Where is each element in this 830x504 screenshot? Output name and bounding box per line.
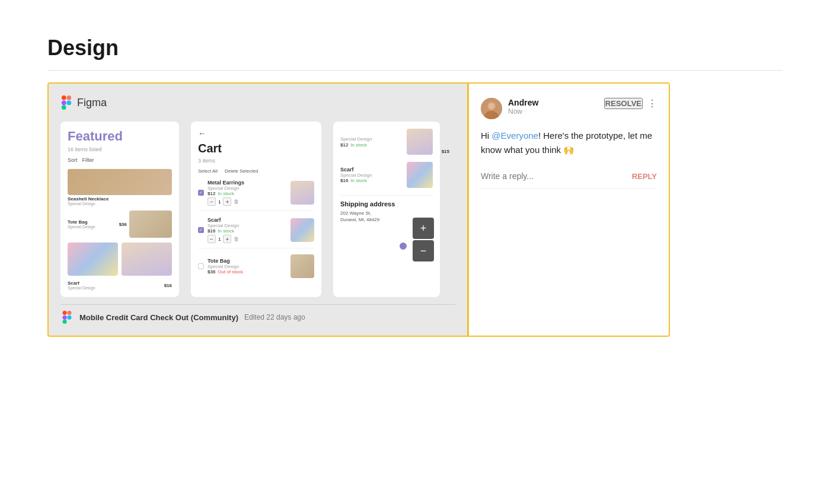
tote-name: Tote Bag: [68, 219, 117, 225]
zoom-controls: + −: [413, 218, 434, 261]
earrings-price-row: $12 In stock: [208, 191, 287, 196]
figma-icon: [60, 95, 72, 110]
right-earrings-status: In stock: [350, 142, 367, 148]
figma-footer-edited: Edited 22 days ago: [244, 313, 305, 321]
tote-cart-image: [290, 254, 314, 278]
right-scarf: Scarf Special Design $16 In stock: [340, 162, 433, 188]
right-earrings-thumb: [407, 129, 433, 155]
scarf-image: [68, 243, 118, 276]
cart-count: 3 items: [198, 158, 314, 164]
tote-cart-info: Tote Bag Special Design $36 Out of stock: [208, 258, 287, 275]
scarf-sub: Special Design: [68, 286, 162, 290]
comment-actions: RESOLVE ⋮: [604, 98, 657, 109]
earrings-qty: − 1 + 🗑: [208, 197, 287, 206]
right-earrings: Special Design $12 In stock: [340, 129, 433, 155]
svg-rect-5: [63, 311, 67, 315]
select-all[interactable]: Select All: [198, 168, 218, 174]
scarf-price: $16: [164, 283, 172, 288]
figma-screens: Featured 16 items listed Sort Filter Sea…: [60, 122, 455, 297]
svg-point-4: [66, 101, 71, 106]
zoom-out-button[interactable]: −: [413, 240, 434, 261]
tote-row: Tote Bag Special Design $36: [68, 210, 172, 238]
earrings-qty-val: 1: [218, 199, 221, 205]
address-line2: Durand, MI, 48429: [340, 217, 379, 222]
scarf-decrease[interactable]: −: [208, 235, 216, 243]
figma-footer: Mobile Credit Card Check Out (Community)…: [60, 304, 455, 324]
tote-cart-sub: Special Design: [208, 264, 287, 269]
scarf-label-row: Scarf Special Design $16: [68, 280, 172, 290]
address-line1: 202 Wayne St,: [340, 210, 371, 216]
comment-mention[interactable]: @Everyone: [491, 130, 538, 141]
items-count: 16 items listed: [68, 146, 172, 152]
svg-rect-8: [63, 320, 67, 324]
reply-input[interactable]: [481, 171, 632, 181]
zoom-in-button[interactable]: +: [413, 218, 434, 239]
earrings-delete[interactable]: 🗑: [234, 199, 239, 205]
necklace-thumb: [68, 169, 172, 195]
cart-back-arrow[interactable]: ←: [198, 129, 314, 138]
comment-meta: Andrew Now: [508, 98, 598, 116]
earrings-checkbox[interactable]: ✓: [198, 190, 204, 196]
tote-info: Tote Bag Special Design: [68, 219, 117, 229]
earrings-status: In stock: [218, 191, 234, 196]
scarf-product: [68, 243, 118, 276]
delete-selected[interactable]: Delete Selected: [225, 168, 258, 174]
tote-price: $36: [119, 222, 127, 227]
resolve-button[interactable]: RESOLVE: [604, 98, 643, 109]
comment-before: Hi: [481, 130, 491, 141]
svg-point-13: [489, 103, 494, 109]
radio-indicator: [400, 243, 407, 250]
more-button[interactable]: ⋮: [647, 98, 657, 109]
right-earrings-price: $12: [340, 142, 348, 148]
scarf-qty: − 1 + 🗑: [208, 235, 287, 243]
tote-checkbox[interactable]: □: [198, 263, 204, 269]
figma-footer-filename: Mobile Credit Card Check Out (Community): [79, 313, 238, 322]
earrings-price: $12: [208, 191, 215, 196]
right-earrings-sub: Special Design: [340, 136, 403, 142]
reply-button[interactable]: REPLY: [632, 172, 657, 181]
scarf-qty-val: 1: [218, 237, 221, 242]
reply-area: REPLY: [481, 171, 657, 189]
right-scarf-info: Scarf Special Design $16 In stock: [340, 167, 403, 183]
earrings-info: Metal Earrings Special Design $12 In sto…: [208, 180, 287, 206]
sort-label: Sort: [68, 157, 78, 163]
cart-item-earrings: ✓ Metal Earrings Special Design $12 In s…: [198, 180, 314, 211]
right-scarf-sub: Special Design: [340, 173, 403, 178]
earrings-sub: Special Design: [208, 186, 287, 191]
earrings-name: Metal Earrings: [208, 180, 287, 186]
cart-item-scarf: ✓ Scarf Special Design $16 In stock − 1 …: [198, 217, 314, 248]
tote-sub: Special Design: [68, 225, 117, 229]
svg-rect-6: [67, 311, 71, 315]
main-container: Figma Featured 16 items listed Sort Filt…: [47, 82, 670, 337]
earrings-decrease[interactable]: −: [208, 197, 216, 206]
screen-cart: ← Cart 3 items Select All Delete Selecte…: [191, 122, 321, 297]
featured-title: Featured: [68, 129, 172, 144]
earrings-increase[interactable]: +: [223, 197, 231, 206]
right-scarf-image: [407, 162, 433, 188]
necklace-sub: Special Design: [68, 202, 172, 206]
product-row-1: Seashell Necklace Special Design $15: [68, 169, 172, 206]
svg-rect-7: [63, 315, 67, 320]
svg-rect-2: [62, 101, 66, 106]
scarf-delete[interactable]: 🗑: [234, 236, 239, 242]
earrings-cart-image: [290, 181, 314, 205]
right-earrings-price-row: $12 In stock: [340, 142, 403, 148]
comment-time: Now: [508, 107, 598, 116]
tote-thumb: [129, 210, 172, 238]
scarf-increase[interactable]: +: [223, 235, 231, 243]
screen-featured: Featured 16 items listed Sort Filter Sea…: [60, 122, 179, 297]
right-scarf-thumb: [407, 162, 433, 188]
scarf-status: In stock: [218, 228, 234, 234]
tote-image: [129, 210, 172, 238]
svg-rect-0: [62, 95, 66, 100]
page-title: Design: [47, 36, 119, 60]
filter-row: Sort Filter: [68, 157, 172, 163]
earrings-cart-thumb: [290, 181, 314, 205]
scarf-label: Scarf Special Design: [68, 280, 162, 290]
scarf-cart-thumb: [290, 218, 314, 242]
scarf-earrings-row: [68, 243, 172, 276]
right-scarf-name: Scarf: [340, 167, 403, 173]
earrings-image: [122, 243, 172, 276]
scarf-checkbox[interactable]: ✓: [198, 227, 204, 233]
scarf-name: Scarf: [68, 280, 162, 286]
